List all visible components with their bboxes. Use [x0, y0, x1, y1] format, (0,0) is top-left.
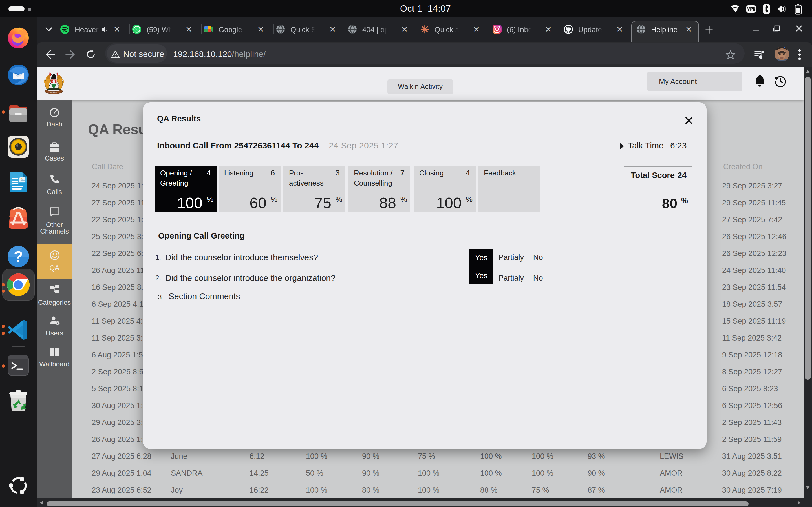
svg-text:HARAMBEE: HARAMBEE — [49, 91, 59, 93]
svg-text:?: ? — [14, 248, 23, 265]
